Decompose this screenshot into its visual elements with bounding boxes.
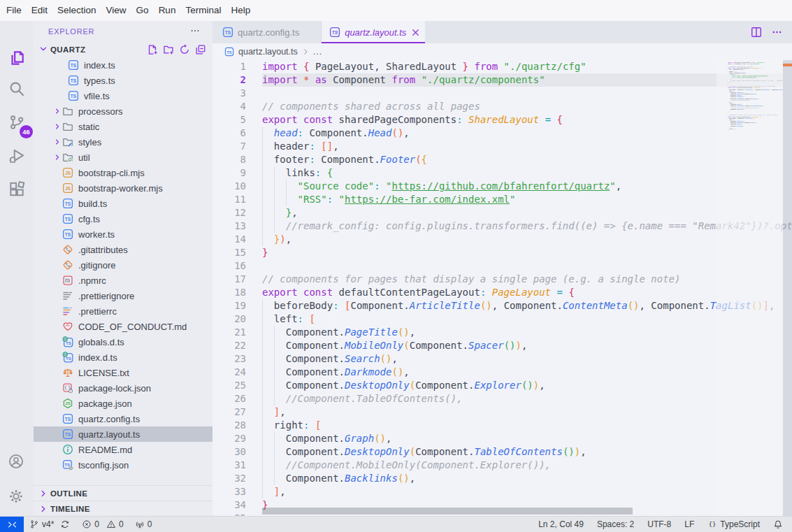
tree-item-.prettierignore[interactable]: .prettierignore — [34, 288, 213, 303]
tree-item-cfg.ts[interactable]: TScfg.ts — [34, 211, 213, 227]
line-number-2[interactable]: 2 — [240, 73, 246, 87]
code-editor[interactable]: 1234567891011121314151617181920212223242… — [213, 60, 792, 516]
tree-item-globals.d.ts[interactable]: TSglobals.d.ts — [34, 334, 213, 350]
line-number-15[interactable]: 15 — [234, 246, 246, 259]
tree-item-types.ts[interactable]: TStypes.ts — [34, 73, 213, 88]
code-line-28[interactable]: right: [ — [262, 419, 321, 432]
collapse-all-button[interactable] — [195, 44, 206, 55]
new-file-button[interactable] — [147, 44, 158, 55]
tree-item-processors[interactable]: processors — [34, 103, 213, 119]
tab-quartz.layout.ts[interactable]: TSquartz.layout.ts — [322, 21, 425, 43]
tree-item-index.ts[interactable]: TSindex.ts — [34, 57, 213, 73]
tree-item-worker.ts[interactable]: TSworker.ts — [34, 227, 213, 242]
line-number-4[interactable]: 4 — [240, 100, 246, 113]
activitybar-search[interactable] — [8, 80, 25, 97]
line-number-26[interactable]: 26 — [234, 392, 246, 405]
code-line-12[interactable]: }, — [262, 206, 298, 220]
line-number-8[interactable]: 8 — [240, 153, 246, 166]
code-line-29[interactable]: Component.Graph(), — [262, 432, 391, 445]
code-line-23[interactable]: Component.Search(), — [262, 352, 398, 366]
code-line-18[interactable]: export const defaultContentPageLayout: P… — [262, 286, 575, 299]
line-number-11[interactable]: 11 — [234, 193, 246, 206]
line-number-31[interactable]: 31 — [234, 459, 246, 472]
code-line-4[interactable]: // components shared across all pages — [262, 100, 480, 113]
code-line-6[interactable]: head: Component.Head(), — [262, 127, 410, 140]
panel-timeline[interactable]: TIMELINE — [34, 501, 213, 516]
code-line-25[interactable]: Component.DesktopOnly(Component.Explorer… — [262, 379, 545, 392]
more-actions-icon[interactable] — [190, 25, 200, 36]
tree-item-vfile.ts[interactable]: TSvfile.ts — [34, 88, 213, 103]
more-actions-icon[interactable] — [772, 27, 782, 38]
tree-item-.npmrc[interactable]: .npmrc — [34, 273, 213, 288]
line-number-30[interactable]: 30 — [234, 445, 246, 459]
statusbar-encoding[interactable]: UTF-8 — [647, 519, 671, 529]
line-number-17[interactable]: 17 — [234, 273, 246, 286]
tree-item-README.md[interactable]: README.md — [34, 442, 213, 457]
line-number-19[interactable]: 19 — [234, 299, 246, 312]
close-icon[interactable] — [410, 27, 421, 38]
line-number-21[interactable]: 21 — [234, 326, 246, 339]
code-line-27[interactable]: ], — [262, 405, 286, 419]
code-line-33[interactable]: ], — [262, 485, 286, 498]
code-line-9[interactable]: links: { — [262, 166, 333, 180]
activitybar-run-debug[interactable] — [8, 148, 25, 164]
line-number-13[interactable]: 13 — [234, 220, 246, 233]
tree-item-build.ts[interactable]: TSbuild.ts — [34, 196, 213, 211]
line-number-20[interactable]: 20 — [234, 312, 246, 326]
code-line-14[interactable]: }), — [262, 233, 291, 246]
activitybar-settings[interactable] — [8, 489, 25, 505]
line-number-33[interactable]: 33 — [234, 485, 246, 498]
tree-item-static[interactable]: static — [34, 119, 213, 134]
tree-item-quartz.config.ts[interactable]: TSquartz.config.ts — [34, 411, 213, 426]
statusbar-sync[interactable] — [60, 519, 70, 529]
line-number-28[interactable]: 28 — [234, 419, 246, 432]
tree-item-bootstrap-worker.mjs[interactable]: JSbootstrap-worker.mjs — [34, 180, 213, 196]
line-number-3[interactable]: 3 — [240, 87, 246, 100]
activitybar-extensions[interactable] — [8, 181, 25, 198]
menu-view[interactable]: View — [101, 0, 131, 21]
statusbar-branch[interactable]: v4* — [29, 519, 54, 529]
code-line-10[interactable]: "Source code": "https://github.com/bfahr… — [262, 180, 621, 193]
code-line-31[interactable]: //Component.MobileOnly(Component.Explore… — [262, 459, 551, 472]
code-line-21[interactable]: Component.PageTitle(), — [262, 326, 415, 339]
statusbar-eol[interactable]: LF — [684, 519, 694, 529]
line-number-9[interactable]: 9 — [240, 166, 246, 180]
statusbar-cursor-position[interactable]: Ln 2, Col 49 — [538, 519, 584, 529]
code-line-11[interactable]: "RSS": "https://be-far.com/index.xml" — [262, 193, 516, 206]
line-number-23[interactable]: 23 — [234, 352, 246, 366]
menu-edit[interactable]: Edit — [27, 0, 52, 21]
activitybar-explorer[interactable] — [8, 50, 25, 66]
tab-quartz.config.ts[interactable]: TSquartz.config.ts — [213, 21, 322, 43]
tree-item-package.json[interactable]: JSpackage.json — [34, 396, 213, 411]
code-line-2[interactable]: import * as Component from "./quartz/com… — [262, 73, 545, 87]
line-number-24[interactable]: 24 — [234, 366, 246, 379]
line-number-25[interactable]: 25 — [234, 379, 246, 392]
minimap[interactable]: import { PageLayout, SharedLayout } from… — [717, 60, 783, 516]
line-number-22[interactable]: 22 — [234, 339, 246, 352]
code-line-17[interactable]: // components for pages that display a s… — [262, 273, 680, 286]
code-line-26[interactable]: //Component.TableOfContents(), — [262, 392, 463, 405]
line-number-18[interactable]: 18 — [234, 286, 246, 299]
code-line-22[interactable]: Component.MobileOnly(Component.Spacer())… — [262, 339, 527, 352]
menu-terminal[interactable]: Terminal — [180, 0, 226, 21]
line-number-1[interactable]: 1 — [240, 60, 246, 73]
new-folder-button[interactable] — [163, 44, 174, 55]
tree-item-.gitattributes[interactable]: .gitattributes — [34, 242, 213, 257]
line-number-32[interactable]: 32 — [234, 472, 246, 485]
menu-go[interactable]: Go — [131, 0, 154, 21]
tree-item-CODE_OF_CONDUCT.md[interactable]: CODE_OF_CONDUCT.md — [34, 319, 213, 334]
statusbar-indentation[interactable]: Spaces: 2 — [597, 519, 634, 529]
line-number-7[interactable]: 7 — [240, 140, 246, 153]
menu-selection[interactable]: Selection — [52, 0, 101, 21]
line-number-34[interactable]: 34 — [234, 498, 246, 512]
tree-item-tsconfig.json[interactable]: TStsconfig.json — [34, 457, 213, 473]
refresh-button[interactable] — [179, 44, 190, 55]
vertical-scrollbar[interactable] — [783, 60, 792, 516]
tree-item-package-lock.json[interactable]: package-lock.json — [34, 380, 213, 396]
tree-item-.prettierrc[interactable]: .prettierrc — [34, 303, 213, 319]
panel-outline[interactable]: OUTLINE — [34, 485, 213, 501]
code-line-1[interactable]: import { PageLayout, SharedLayout } from… — [262, 60, 586, 73]
code-line-5[interactable]: export const sharedPageComponents: Share… — [262, 113, 563, 127]
statusbar-notifications[interactable] — [773, 519, 783, 529]
tree-item-LICENSE.txt[interactable]: LICENSE.txt — [34, 365, 213, 380]
